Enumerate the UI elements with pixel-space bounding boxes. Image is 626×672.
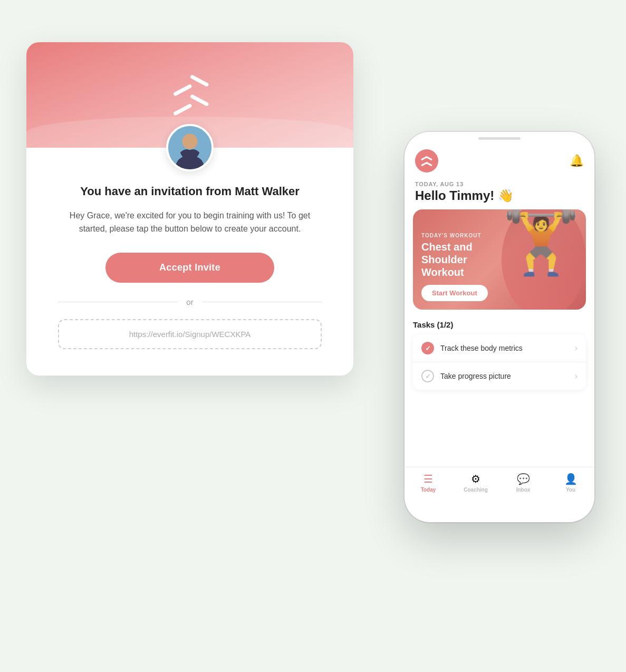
nav-item-coaching[interactable]: ⚙ Coaching [452, 467, 499, 499]
nav-item-inbox[interactable]: 💬 Inbox [499, 467, 547, 499]
task-label-1: Track these body metrics [440, 344, 569, 352]
task-chevron-icon-2: › [575, 371, 577, 381]
phone-screen: 🔔 TODAY, AUG 13 Hello Timmy! 👋 🏋️ TODAY'… [405, 143, 594, 499]
nav-item-today[interactable]: ☰ Today [405, 467, 452, 499]
invite-message: Hey Grace, we're excited for you to begi… [58, 209, 322, 236]
invite-url-box[interactable]: https://everfit.io/Signup/WECXKPA [58, 319, 322, 349]
invite-title: You have an invitation from Matt Walker [58, 184, 322, 199]
or-divider: or [58, 297, 322, 306]
app-logo [171, 76, 208, 114]
task-item-1[interactable]: Track these body metrics › [413, 334, 586, 362]
chevron-row-1 [421, 156, 432, 161]
phone-greeting-section: TODAY, AUG 13 Hello Timmy! 👋 [405, 177, 594, 209]
invite-card: You have an invitation from Matt Walker … [26, 42, 353, 376]
bell-icon[interactable]: 🔔 [570, 154, 584, 168]
accept-invite-button[interactable]: Accept Invite [105, 253, 274, 283]
today-icon: ☰ [423, 473, 433, 485]
workout-tag: TODAY'S WORKOUT [421, 233, 577, 238]
nav-label-inbox: Inbox [516, 487, 531, 493]
phone-notch [478, 137, 521, 140]
invite-card-body: You have an invitation from Matt Walker … [26, 124, 353, 376]
phone-bottom-nav: ☰ Today ⚙ Coaching 💬 Inbox 👤 You [405, 467, 594, 499]
you-icon: 👤 [564, 473, 577, 485]
workout-card[interactable]: 🏋️ TODAY'S WORKOUT Chest and Shoulder Wo… [413, 209, 586, 310]
nav-label-today: Today [421, 487, 436, 493]
task-label-2: Take progress picture [440, 372, 569, 380]
svg-point-1 [182, 134, 197, 149]
inbox-icon: 💬 [517, 473, 530, 485]
chevron-row-2 [421, 161, 432, 167]
date-label: TODAY, AUG 13 [415, 181, 584, 187]
task-check-done-icon [421, 342, 434, 354]
app-logo-chevron [421, 156, 432, 167]
chevron-bottom [171, 95, 208, 114]
app-logo-circle [415, 149, 438, 172]
workout-title: Chest and Shoulder Workout [421, 241, 511, 279]
phone-frame: 🔔 TODAY, AUG 13 Hello Timmy! 👋 🏋️ TODAY'… [405, 132, 594, 522]
coaching-icon: ⚙ [471, 473, 480, 485]
task-item-2[interactable]: Take progress picture › [413, 362, 586, 390]
phone-header: 🔔 [405, 143, 594, 177]
tasks-card: Track these body metrics › Take progress… [413, 334, 586, 390]
chevron-top [171, 76, 208, 94]
trainer-avatar [166, 124, 214, 171]
or-text: or [186, 297, 193, 306]
greeting-text: Hello Timmy! 👋 [415, 188, 584, 203]
workout-person-figure: 🏋️ [502, 209, 581, 273]
tasks-header: Tasks (1/2) [413, 320, 586, 329]
tasks-section: Tasks (1/2) Track these body metrics › T… [405, 318, 594, 398]
nav-item-you[interactable]: 👤 You [547, 467, 594, 499]
phone-notch-bar [405, 132, 594, 143]
nav-label-you: You [566, 487, 575, 493]
task-check-pending-icon [421, 370, 434, 382]
nav-label-coaching: Coaching [464, 487, 488, 493]
phone-wrapper: 🔔 TODAY, AUG 13 Hello Timmy! 👋 🏋️ TODAY'… [405, 132, 594, 522]
start-workout-button[interactable]: Start Workout [421, 285, 488, 301]
task-chevron-icon-1: › [575, 343, 577, 353]
